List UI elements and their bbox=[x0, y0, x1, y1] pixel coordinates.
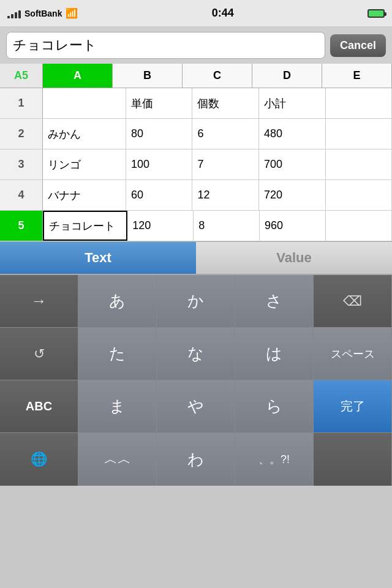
column-header-row: A5 A B C D E bbox=[0, 64, 392, 88]
key-ra[interactable]: ら bbox=[235, 380, 314, 432]
cell-e1[interactable] bbox=[326, 88, 392, 118]
key-empty bbox=[314, 433, 392, 486]
cell-a3[interactable]: リンゴ bbox=[43, 149, 126, 179]
cancel-button[interactable]: Cancel bbox=[330, 34, 386, 57]
cell-b4[interactable]: 60 bbox=[126, 180, 193, 210]
cell-a1[interactable] bbox=[43, 88, 126, 118]
key-sa[interactable]: さ bbox=[235, 275, 314, 327]
key-a[interactable]: あ bbox=[78, 275, 157, 327]
clock: 0:44 bbox=[212, 7, 234, 20]
cell-b1[interactable]: 単価 bbox=[126, 88, 193, 118]
cell-b2[interactable]: 80 bbox=[126, 119, 193, 149]
globe-key[interactable]: 🌐 bbox=[0, 433, 78, 486]
status-left: SoftBank 📶 bbox=[7, 7, 78, 19]
cell-d3[interactable]: 700 bbox=[259, 149, 326, 179]
battery-container bbox=[368, 9, 385, 18]
keyboard-row-2: ↺ た な は スペース bbox=[0, 328, 392, 380]
key-ma[interactable]: ま bbox=[78, 380, 157, 432]
cell-a4[interactable]: バナナ bbox=[43, 180, 126, 210]
undo-key[interactable]: ↺ bbox=[0, 328, 78, 380]
space-key[interactable]: スペース bbox=[314, 328, 392, 380]
table-row: 1 単価 個数 小計 bbox=[0, 88, 392, 119]
cell-b5[interactable]: 120 bbox=[127, 211, 194, 241]
delete-key[interactable]: ⌫ bbox=[314, 275, 392, 327]
cell-d5[interactable]: 960 bbox=[260, 211, 326, 241]
key-ta[interactable]: た bbox=[78, 328, 157, 380]
key-wa[interactable]: わ bbox=[157, 433, 235, 486]
cell-c2[interactable]: 6 bbox=[192, 119, 259, 149]
key-na[interactable]: な bbox=[157, 328, 235, 380]
col-header-e[interactable]: E bbox=[322, 64, 392, 88]
row-num-5: 5 bbox=[0, 211, 43, 241]
key-ka[interactable]: か bbox=[157, 275, 235, 327]
row-num-3: 3 bbox=[0, 149, 43, 179]
cell-c3[interactable]: 7 bbox=[192, 149, 259, 179]
wifi-icon: 📶 bbox=[66, 7, 78, 19]
keyboard-row-1: → あ か さ ⌫ bbox=[0, 275, 392, 328]
key-punctuation[interactable]: 、。?! bbox=[235, 433, 314, 486]
search-input[interactable] bbox=[13, 37, 318, 53]
cell-e2[interactable] bbox=[326, 119, 392, 149]
table-row: 3 リンゴ 100 7 700 bbox=[0, 149, 392, 180]
tab-key[interactable]: → bbox=[0, 275, 78, 327]
cell-d1[interactable]: 小計 bbox=[259, 88, 326, 118]
cell-e5[interactable] bbox=[326, 211, 392, 241]
keyboard-row-4: 🌐 ︿︿ わ 、。?! bbox=[0, 433, 392, 486]
cell-d4[interactable]: 720 bbox=[259, 180, 326, 210]
search-bar: Cancel bbox=[0, 27, 392, 64]
cell-c5[interactable]: 8 bbox=[194, 211, 260, 241]
cell-c4[interactable]: 12 bbox=[192, 180, 259, 210]
cell-b3[interactable]: 100 bbox=[126, 149, 193, 179]
abc-key[interactable]: ABC bbox=[0, 380, 78, 432]
col-header-d[interactable]: D bbox=[252, 64, 322, 88]
key-ha[interactable]: は bbox=[235, 328, 314, 380]
cell-e4[interactable] bbox=[326, 180, 392, 210]
cell-a5[interactable]: チョコレート bbox=[43, 211, 127, 241]
tab-value[interactable]: Value bbox=[196, 242, 392, 274]
done-key[interactable]: 完了 bbox=[314, 380, 392, 432]
col-header-a[interactable]: A bbox=[43, 64, 113, 88]
col-header-b[interactable]: B bbox=[113, 64, 183, 88]
row-num-1: 1 bbox=[0, 88, 43, 118]
cell-e3[interactable] bbox=[326, 149, 392, 179]
key-small[interactable]: ︿︿ bbox=[78, 433, 157, 486]
cell-a2[interactable]: みかん bbox=[43, 119, 126, 149]
battery-icon bbox=[368, 9, 385, 18]
key-ya[interactable]: や bbox=[157, 380, 235, 432]
keyboard-row-3: ABC ま や ら 完了 bbox=[0, 380, 392, 433]
signal-icon bbox=[7, 9, 21, 18]
cell-reference: A5 bbox=[0, 64, 43, 88]
search-input-container[interactable] bbox=[6, 32, 325, 59]
table-row: 4 バナナ 60 12 720 bbox=[0, 180, 392, 211]
keyboard: → あ か さ ⌫ ↺ た な は スペース ABC ま や ら 完了 🌐 ︿︿… bbox=[0, 275, 392, 486]
status-bar: SoftBank 📶 0:44 bbox=[0, 0, 392, 27]
col-header-c[interactable]: C bbox=[183, 64, 252, 88]
table-row: 2 みかん 80 6 480 bbox=[0, 119, 392, 149]
tab-text[interactable]: Text bbox=[0, 242, 196, 274]
row-num-4: 4 bbox=[0, 180, 43, 210]
row-num-2: 2 bbox=[0, 119, 43, 149]
carrier-name: SoftBank bbox=[24, 9, 62, 18]
cell-c1[interactable]: 個数 bbox=[192, 88, 259, 118]
spreadsheet: A5 A B C D E 1 単価 個数 小計 2 みかん 80 6 480 3… bbox=[0, 64, 392, 242]
table-row: 5 チョコレート 120 8 960 bbox=[0, 211, 392, 241]
cell-d2[interactable]: 480 bbox=[259, 119, 326, 149]
tab-bar: Text Value bbox=[0, 242, 392, 275]
